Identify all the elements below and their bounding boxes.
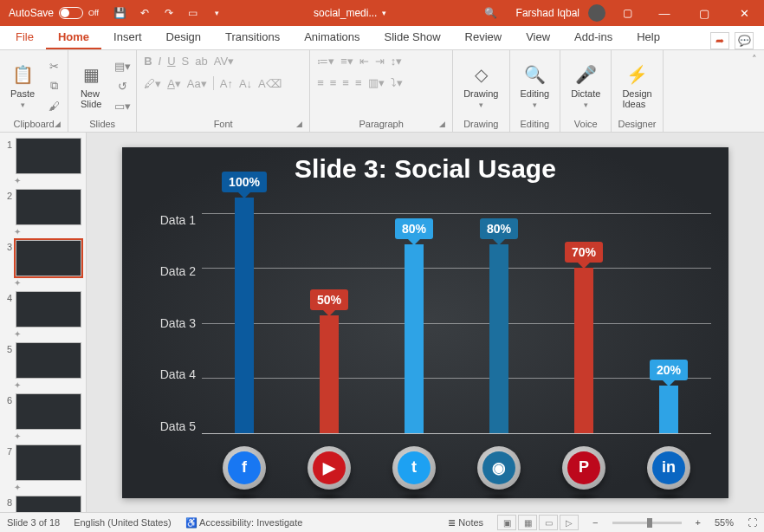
char-spacing-button[interactable]: AV▾ — [214, 55, 234, 68]
tab-transitions[interactable]: Transitions — [213, 26, 292, 49]
new-slide-button[interactable]: ▦ New Slide — [74, 61, 108, 111]
bar-instagram[interactable]: 80% — [484, 198, 514, 433]
pinterest-icon[interactable]: P — [562, 446, 605, 490]
bold-button[interactable]: B — [144, 55, 152, 68]
facebook-icon[interactable]: f — [223, 446, 266, 490]
tab-view[interactable]: View — [514, 26, 562, 49]
title-dropdown-icon[interactable]: ▾ — [382, 9, 386, 17]
numbering-button[interactable]: ≡▾ — [340, 55, 353, 68]
tab-help[interactable]: Help — [625, 26, 672, 49]
close-button[interactable]: ✕ — [724, 0, 764, 26]
layout-icon[interactable]: ▤▾ — [113, 58, 131, 74]
dictate-button[interactable]: 🎤Dictate▾ — [566, 61, 605, 111]
zoom-level[interactable]: 55% — [715, 517, 734, 528]
fit-window-icon[interactable]: ⛶ — [748, 517, 757, 528]
autosave-toggle[interactable]: AutoSave Off — [0, 7, 107, 19]
italic-button[interactable]: I — [159, 55, 162, 68]
slide-thumbnails[interactable]: 1 ✦2 ✦3 ✦4 ✦5 ✦6 ✦7 ✦8 ✦ — [0, 133, 87, 512]
reset-icon[interactable]: ↺ — [113, 78, 131, 94]
drawing-button[interactable]: ◇Drawing▾ — [458, 61, 503, 111]
comments-icon[interactable]: 💬 — [735, 32, 754, 49]
user-avatar[interactable] — [588, 4, 605, 22]
bar-linkedin[interactable]: 20% — [654, 198, 683, 433]
tab-home[interactable]: Home — [46, 26, 101, 49]
font-color-icon[interactable]: 🖊▾ — [144, 77, 161, 90]
slide-thumbnail-3[interactable] — [16, 240, 81, 276]
align-right-button[interactable]: ≡ — [342, 76, 349, 89]
ribbon-display-icon[interactable]: ▢ — [611, 7, 644, 19]
clear-format-button[interactable]: A⌫ — [258, 77, 282, 90]
zoom-slider[interactable] — [612, 522, 682, 524]
present-icon[interactable]: ▭ — [187, 7, 199, 19]
linkedin-icon[interactable]: in — [647, 446, 690, 490]
search-icon[interactable]: 🔍 — [470, 7, 511, 19]
increase-font-button[interactable]: A↑ — [220, 77, 233, 90]
sorter-view-icon[interactable]: ▦ — [518, 515, 537, 530]
tab-animations[interactable]: Animations — [292, 26, 372, 49]
section-icon[interactable]: ▭▾ — [113, 98, 131, 114]
indent-left-button[interactable]: ⇤ — [359, 55, 369, 68]
collapse-ribbon-icon[interactable]: ˄ — [745, 50, 764, 132]
slideshow-view-icon[interactable]: ▷ — [560, 515, 579, 530]
launcher-icon[interactable]: ◢ — [439, 120, 445, 128]
slide-thumbnail-1[interactable] — [16, 138, 81, 174]
format-painter-icon[interactable]: 🖌 — [45, 98, 62, 114]
tab-insert[interactable]: Insert — [101, 26, 154, 49]
paste-button[interactable]: 📋 Paste ▾ — [5, 61, 40, 111]
tab-add-ins[interactable]: Add-ins — [562, 26, 625, 49]
qat-dropdown-icon[interactable]: ▾ — [211, 7, 223, 19]
slide-thumbnail-8[interactable] — [16, 496, 81, 512]
decrease-font-button[interactable]: A↓ — [239, 77, 252, 90]
copy-icon[interactable]: ⧉ — [45, 78, 62, 94]
slide-thumbnail-6[interactable] — [16, 393, 81, 430]
document-title[interactable]: social_medi... ▾ — [230, 7, 470, 19]
highlight-icon[interactable]: A▾ — [167, 77, 181, 90]
language-status[interactable]: English (United States) — [74, 517, 172, 528]
zoom-in-button[interactable]: + — [696, 517, 701, 528]
bullets-button[interactable]: ≔▾ — [317, 55, 334, 68]
columns-button[interactable]: ▥▾ — [368, 76, 385, 89]
slide-thumbnail-2[interactable] — [16, 189, 81, 225]
slide-thumbnail-4[interactable] — [16, 291, 81, 328]
share-icon[interactable]: ➦ — [710, 32, 729, 49]
change-case-button[interactable]: Aa▾ — [187, 77, 207, 90]
align-center-button[interactable]: ≡ — [330, 76, 337, 89]
toggle-off-icon[interactable] — [59, 7, 83, 19]
bar-facebook[interactable]: 100% — [230, 198, 259, 433]
accessibility-status[interactable]: ♿ Accessibility: Investigate — [185, 517, 303, 529]
launcher-icon[interactable]: ◢ — [296, 120, 302, 128]
redo-icon[interactable]: ↷ — [163, 7, 175, 19]
tab-design[interactable]: Design — [154, 26, 213, 49]
tab-file[interactable]: File — [3, 26, 46, 49]
strike-button[interactable]: S — [182, 55, 190, 68]
slide[interactable]: Slide 3: Social Usage Data 1Data 2Data 3… — [122, 147, 728, 498]
user-account[interactable]: Farshad Iqbal — [511, 4, 611, 22]
slide-thumbnail-5[interactable] — [16, 342, 81, 379]
slide-counter[interactable]: Slide 3 of 18 — [7, 517, 60, 528]
bar-twitter[interactable]: 80% — [399, 198, 429, 433]
twitter-icon[interactable]: t — [392, 446, 436, 490]
zoom-out-button[interactable]: − — [592, 517, 598, 528]
bar-youtube[interactable]: 50% — [314, 198, 344, 433]
chart[interactable]: Data 1Data 2Data 3Data 4Data 5 100%50%80… — [139, 198, 711, 433]
minimize-button[interactable]: — — [644, 0, 684, 26]
design-ideas-button[interactable]: ⚡Design Ideas — [617, 61, 657, 111]
launcher-icon[interactable]: ◢ — [55, 120, 61, 128]
youtube-icon[interactable]: ▶ — [308, 446, 351, 490]
indent-right-button[interactable]: ⇥ — [375, 55, 385, 68]
maximize-button[interactable]: ▢ — [684, 0, 724, 26]
underline-button[interactable]: U — [167, 55, 175, 68]
slide-thumbnail-7[interactable] — [16, 444, 81, 481]
shadow-button[interactable]: ab — [195, 55, 207, 68]
justify-button[interactable]: ≡ — [355, 76, 362, 89]
align-left-button[interactable]: ≡ — [317, 76, 324, 89]
bar-pinterest[interactable]: 70% — [569, 198, 599, 433]
notes-button[interactable]: ≣ Notes — [448, 517, 483, 529]
slide-title[interactable]: Slide 3: Social Usage — [122, 147, 728, 184]
undo-icon[interactable]: ↶ — [139, 7, 151, 19]
normal-view-icon[interactable]: ▣ — [497, 515, 516, 530]
reading-view-icon[interactable]: ▭ — [539, 515, 558, 530]
instagram-icon[interactable]: ◉ — [477, 446, 521, 490]
cut-icon[interactable]: ✂ — [45, 58, 62, 74]
tab-review[interactable]: Review — [453, 26, 515, 49]
